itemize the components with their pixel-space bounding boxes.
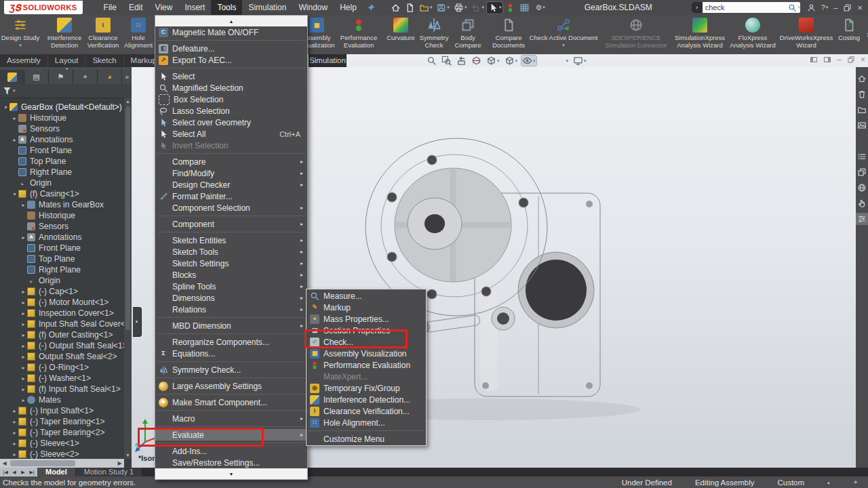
ribbon-check-active-document[interactable]: Check Active Document▾ bbox=[528, 15, 599, 54]
tools-menu-item-sketch-entities[interactable]: Sketch Entities▸ bbox=[155, 235, 307, 246]
tools-menu-item-find-modify[interactable]: Find/Modify▸ bbox=[155, 167, 307, 179]
hide-show-items-button[interactable]: ▾ bbox=[521, 56, 536, 66]
home-button[interactable] bbox=[389, 2, 402, 14]
panel-tab-configurationmanager[interactable]: ⚑ bbox=[49, 70, 73, 84]
tools-menu-item-select[interactable]: Select bbox=[155, 70, 307, 82]
scroll-thumb-h[interactable] bbox=[10, 460, 75, 466]
expander-icon[interactable]: ▸ bbox=[20, 354, 27, 360]
tree-item-sensors[interactable]: Sensors bbox=[0, 123, 124, 134]
ribbon-floxpress-analysis-wizard[interactable]: FloXpress Analysis Wizard bbox=[727, 15, 778, 54]
tab-layout[interactable]: Layout bbox=[48, 54, 86, 67]
tab-sketch[interactable]: Sketch bbox=[85, 54, 123, 67]
panel-grip[interactable] bbox=[0, 67, 132, 70]
tree-item-mates[interactable]: ▸Mates bbox=[0, 394, 124, 405]
menubar-item-insert[interactable]: Insert bbox=[178, 0, 211, 15]
doc-restore-icon[interactable] bbox=[847, 56, 855, 64]
tree-item-gearbox-default-default[interactable]: ▾GearBox (Default<Default>) bbox=[0, 102, 124, 113]
custom-properties-button[interactable] bbox=[856, 150, 868, 163]
tree-item-output-shaft-seal-1[interactable]: ▸(-) Output Shaft Seal<1> bbox=[0, 340, 124, 351]
ribbon-design-study[interactable]: Design Study▾ bbox=[0, 15, 41, 54]
tools-menu-item-evaluate[interactable]: Evaluate▸ bbox=[155, 429, 307, 441]
ribbon-driveworksxpress-wizard[interactable]: DriveWorksXpress Wizard bbox=[778, 15, 834, 54]
apply-scene-caret-icon[interactable]: ▾ bbox=[566, 58, 569, 64]
menubar-item-edit[interactable]: Edit bbox=[123, 0, 149, 15]
edit-appearance-button[interactable] bbox=[540, 56, 551, 66]
expander-icon[interactable]: ▸ bbox=[11, 115, 18, 121]
tree-item-front-plane[interactable]: Front Plane bbox=[0, 243, 124, 253]
search-scope-icon[interactable]: › bbox=[692, 2, 703, 13]
open-document-caret-icon[interactable]: ▾ bbox=[430, 5, 433, 10]
tab-nav-icon-3[interactable]: ▶| bbox=[28, 470, 36, 475]
tree-item-sleeve-2[interactable]: ▸(-) Sleeve<2> bbox=[0, 449, 124, 459]
new-document-button[interactable] bbox=[403, 2, 416, 14]
zoom-to-fit-button[interactable] bbox=[426, 56, 437, 66]
tree-item-historique[interactable]: ▸Historique bbox=[0, 113, 124, 123]
tree-item-sleeve-1[interactable]: ▸(-) Sleeve<1> bbox=[0, 438, 124, 449]
view-settings-button[interactable]: ▾ bbox=[572, 56, 587, 66]
scroll-down-icon[interactable]: ▼ bbox=[124, 451, 132, 459]
expander-icon[interactable]: ▸ bbox=[20, 300, 27, 306]
tools-menu-item-relations[interactable]: Relations▸ bbox=[155, 304, 307, 315]
ribbon-simulationxpress-analysis-wizard[interactable]: SimulationXpress Analysis Wizard bbox=[673, 15, 727, 54]
tree-item-input-shaft-1[interactable]: ▸(-) Input Shaft<1> bbox=[0, 405, 124, 416]
tree-item-front-plane[interactable]: Front Plane bbox=[0, 145, 124, 156]
expander-icon[interactable]: ▸ bbox=[11, 408, 18, 414]
expander-icon[interactable]: ▸ bbox=[20, 321, 27, 327]
ribbon-clearance-verification[interactable]: Clearance Verification bbox=[84, 15, 122, 54]
expander-icon[interactable]: ▸ bbox=[20, 332, 27, 338]
expander-icon[interactable]: ▸ bbox=[20, 386, 27, 392]
expander-icon[interactable]: ▸ bbox=[11, 451, 18, 458]
save-button[interactable]: ▾ bbox=[435, 2, 451, 14]
tools-menu-item-component-selection[interactable]: Component Selection▸ bbox=[155, 202, 307, 214]
evaluate-submenu-item-matexpert[interactable]: MateXpert... bbox=[307, 371, 426, 382]
restore-button[interactable] bbox=[843, 3, 852, 12]
tools-menu-item-save-restore-settings[interactable]: Save/Restore Settings... bbox=[155, 457, 307, 468]
print-caret-icon[interactable]: ▾ bbox=[465, 5, 467, 10]
ribbon-compare-documents[interactable]: Compare Documents bbox=[490, 15, 528, 54]
doc-close-icon[interactable]: × bbox=[861, 56, 865, 64]
expander-icon[interactable]: ▸ bbox=[20, 235, 27, 241]
tree-item-output-shaft-seal-2[interactable]: ▸Output Shaft Seal<2> bbox=[0, 351, 124, 362]
apply-scene-button[interactable]: ▾ bbox=[555, 56, 570, 66]
tree-item-f-casing-1[interactable]: ▾(f) Casing<1> bbox=[0, 188, 124, 199]
view-orientation-caret-icon[interactable]: ▾ bbox=[497, 58, 500, 64]
evaluate-submenu-item-check[interactable]: Check... bbox=[307, 336, 426, 348]
solidworks-resources-button[interactable] bbox=[856, 73, 868, 85]
ribbon-caret-icon[interactable]: ▾ bbox=[562, 43, 565, 47]
expander-icon[interactable]: ▾ bbox=[11, 191, 18, 197]
appearances-scenes-button[interactable] bbox=[856, 135, 868, 147]
tools-menu-item-reorganize-components[interactable]: Reorganize Components... bbox=[155, 336, 307, 348]
tree-item-motor-mount-1[interactable]: ▸(-) Motor Mount<1> bbox=[0, 297, 124, 308]
tree-item-cap-1[interactable]: ▸(-) Cap<1> bbox=[0, 286, 124, 297]
tree-item-taper-bearing-1[interactable]: ▸(-) Taper Bearing<1> bbox=[0, 416, 124, 427]
options-gear-icon[interactable]: ⚙ bbox=[535, 3, 542, 12]
ribbon-costing[interactable]: Costing bbox=[834, 15, 864, 54]
tools-menu-item-large-assembly-settings[interactable]: Large Assembly Settings bbox=[155, 380, 307, 392]
evaluate-submenu-item-assembly-visualization[interactable]: Assembly Visualization bbox=[307, 348, 426, 359]
undo-caret-icon[interactable]: ▾ bbox=[481, 5, 484, 10]
view-orientation-button[interactable]: ▾ bbox=[486, 56, 500, 66]
tools-menu-item-compare[interactable]: Compare▸ bbox=[155, 156, 307, 167]
tools-menu-item-export-to-aec[interactable]: Export To AEC... bbox=[155, 54, 307, 66]
scroll-right-icon[interactable]: ▶ bbox=[115, 459, 124, 468]
display-style-caret-icon[interactable]: ▾ bbox=[515, 58, 518, 64]
tools-menu-item-symmetry-check[interactable]: Symmetry Check... bbox=[155, 364, 307, 375]
tools-menu-item-add-ins[interactable]: Add-Ins... bbox=[155, 445, 307, 457]
ribbon-interference-detection[interactable]: Interference Detection bbox=[45, 15, 84, 54]
print-button[interactable]: ▾ bbox=[452, 2, 469, 14]
performance-pipeline-button[interactable] bbox=[504, 2, 517, 14]
tools-menu-item-invert-selection[interactable]: Invert Selection bbox=[155, 140, 307, 151]
tree-item-sensors[interactable]: Sensors bbox=[0, 221, 124, 232]
tools-menu-item-defeature[interactable]: Defeature... bbox=[155, 43, 307, 54]
tools-menu-item-component[interactable]: Component▸ bbox=[155, 218, 307, 230]
expander-icon[interactable]: ▸ bbox=[20, 202, 27, 208]
panel-tab-dimxpertmanager[interactable]: ⌖ bbox=[73, 70, 98, 84]
3dexperience-marketplace-button[interactable] bbox=[856, 182, 868, 194]
close-button[interactable]: × bbox=[857, 3, 863, 13]
expander-icon[interactable]: ▸ bbox=[20, 289, 27, 295]
ribbon-performance-evaluation[interactable]: Performance Evaluation bbox=[338, 15, 380, 54]
undo-button[interactable]: ▾ bbox=[469, 2, 486, 14]
section-view-button[interactable] bbox=[471, 56, 482, 66]
bottom-tab-motion-study-1[interactable]: Motion Study 1 bbox=[76, 468, 142, 476]
menubar-item-tools[interactable]: Tools bbox=[211, 0, 242, 15]
